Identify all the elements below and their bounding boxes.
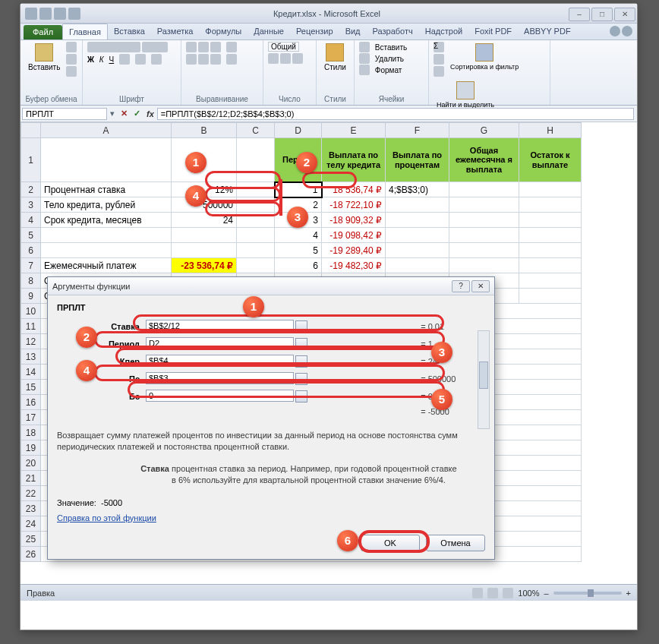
arg-ref-icon-4[interactable] <box>295 390 307 402</box>
tab-pagelayout[interactable]: Разметка <box>151 24 200 39</box>
dialog-close-icon[interactable]: ✕ <box>471 280 490 292</box>
cell-H8[interactable] <box>519 273 582 289</box>
merge-icon[interactable] <box>226 54 237 65</box>
comma-icon[interactable] <box>292 53 303 64</box>
cell-D7[interactable]: 6 <box>275 258 322 273</box>
cell-G6[interactable] <box>449 243 519 258</box>
arg-input-0[interactable]: $B$2/12 <box>146 320 294 332</box>
cell-D2[interactable]: 1 <box>275 182 322 197</box>
cell-B7[interactable]: -23 536,74 ₽ <box>172 258 237 273</box>
tab-data[interactable]: Данные <box>248 24 290 39</box>
cell-A6[interactable] <box>41 243 172 258</box>
cell-F7[interactable] <box>386 258 449 273</box>
tab-file[interactable]: Файл <box>24 25 62 39</box>
row-12[interactable]: 12 <box>21 334 41 349</box>
cell-E2[interactable]: 18 536,74 ₽ <box>322 182 386 197</box>
cell-B1[interactable] <box>172 138 237 182</box>
dialog-ok-button[interactable]: OK <box>361 535 420 551</box>
row-4[interactable]: 4 <box>21 213 41 228</box>
cell-B6[interactable] <box>172 243 237 258</box>
italic-icon[interactable]: К <box>99 55 104 64</box>
format-painter-icon[interactable] <box>66 66 77 77</box>
arg-input-2[interactable]: $B$4 <box>146 355 294 367</box>
align-left-icon[interactable] <box>186 54 197 65</box>
row-24[interactable]: 24 <box>21 516 41 532</box>
row-22[interactable]: 22 <box>21 486 41 501</box>
cell-H1[interactable]: Остаток к выплате <box>519 138 582 182</box>
tab-foxit[interactable]: Foxit PDF <box>468 24 518 39</box>
col-F[interactable]: F <box>386 123 449 138</box>
fontsize-icon[interactable] <box>142 42 168 52</box>
select-all[interactable] <box>21 123 41 138</box>
row-23[interactable]: 23 <box>21 501 41 516</box>
cell-F3[interactable] <box>386 197 449 213</box>
row-8[interactable]: 8 <box>21 273 41 289</box>
cell-G2[interactable] <box>449 182 519 197</box>
row-21[interactable]: 21 <box>21 471 41 486</box>
col-E[interactable]: E <box>322 123 386 138</box>
copy-icon[interactable] <box>66 54 77 65</box>
row-11[interactable]: 11 <box>21 319 41 334</box>
maximize-button[interactable]: □ <box>591 8 613 21</box>
cell-H5[interactable] <box>519 228 582 243</box>
view-normal-icon[interactable] <box>472 588 483 598</box>
col-C[interactable]: C <box>237 123 275 138</box>
cell-D5[interactable]: 4 <box>275 228 322 243</box>
tab-home[interactable]: Главная <box>62 24 108 39</box>
align-bot-icon[interactable] <box>210 42 221 52</box>
cell-G1[interactable]: Общая ежемесячна я выплата <box>449 138 519 182</box>
col-B[interactable]: B <box>172 123 237 138</box>
dialog-cancel-button[interactable]: Отмена <box>426 535 485 551</box>
close-button[interactable]: ✕ <box>614 8 635 21</box>
cell-H4[interactable] <box>519 213 582 228</box>
insert-cells[interactable]: Вставить <box>359 42 407 52</box>
cell-G7[interactable] <box>449 258 519 273</box>
align-top-icon[interactable] <box>186 42 197 52</box>
cell-A3[interactable]: Тело кредита, рублей <box>41 197 172 213</box>
align-center-icon[interactable] <box>198 54 209 65</box>
delete-cells[interactable]: Удалить <box>359 53 404 64</box>
zoom-in-icon[interactable]: + <box>626 589 631 598</box>
arg-input-4[interactable]: 0 <box>146 390 294 402</box>
font-color-icon[interactable] <box>151 54 162 65</box>
clear-icon[interactable] <box>434 66 444 77</box>
tab-formulas[interactable]: Формулы <box>199 24 248 39</box>
arg-ref-icon-1[interactable] <box>295 338 307 350</box>
cell-A1[interactable] <box>41 138 172 182</box>
cell-C7[interactable] <box>237 258 275 273</box>
arg-ref-icon-2[interactable] <box>295 355 307 368</box>
cell-G3[interactable] <box>449 197 519 213</box>
fill-icon[interactable] <box>135 54 146 65</box>
underline-icon[interactable]: Ч <box>109 55 115 64</box>
row-1[interactable]: 1 <box>21 138 41 182</box>
autosum-icon[interactable]: Σ <box>434 42 444 52</box>
arg-ref-icon-0[interactable] <box>295 320 307 333</box>
border-icon[interactable] <box>119 54 130 65</box>
help-icon[interactable] <box>622 26 632 36</box>
cell-B2[interactable]: 12% <box>172 182 237 197</box>
col-H[interactable]: H <box>519 123 582 138</box>
cell-H6[interactable] <box>519 243 582 258</box>
arg-input-3[interactable]: $B$3 <box>146 372 294 384</box>
minimize-ribbon-icon[interactable] <box>610 26 620 36</box>
cell-E4[interactable]: -18 909,32 ₽ <box>322 213 386 228</box>
font-icon[interactable] <box>87 42 140 52</box>
cell-F5[interactable] <box>386 228 449 243</box>
cell-H9[interactable] <box>519 289 582 304</box>
cell-A4[interactable]: Срок кредита, месяцев <box>41 213 172 228</box>
cell-D4[interactable]: 3 <box>275 213 322 228</box>
cell-H2[interactable] <box>519 182 582 197</box>
paste-button[interactable]: Вставить <box>25 42 63 73</box>
row-17[interactable]: 17 <box>21 410 41 425</box>
cell-D1[interactable]: Период <box>275 138 322 182</box>
cell-B5[interactable] <box>172 228 237 243</box>
cell-E6[interactable]: -19 289,40 ₽ <box>322 243 386 258</box>
zoom-out-icon[interactable]: – <box>544 589 548 598</box>
dialog-scrollbar[interactable] <box>478 330 490 429</box>
wrap-icon[interactable] <box>226 42 237 52</box>
number-format[interactable]: Общий <box>268 42 299 52</box>
view-break-icon[interactable] <box>503 588 513 598</box>
format-cells[interactable]: Формат <box>359 65 402 75</box>
cell-A5[interactable] <box>41 228 172 243</box>
row-6[interactable]: 6 <box>21 243 41 258</box>
